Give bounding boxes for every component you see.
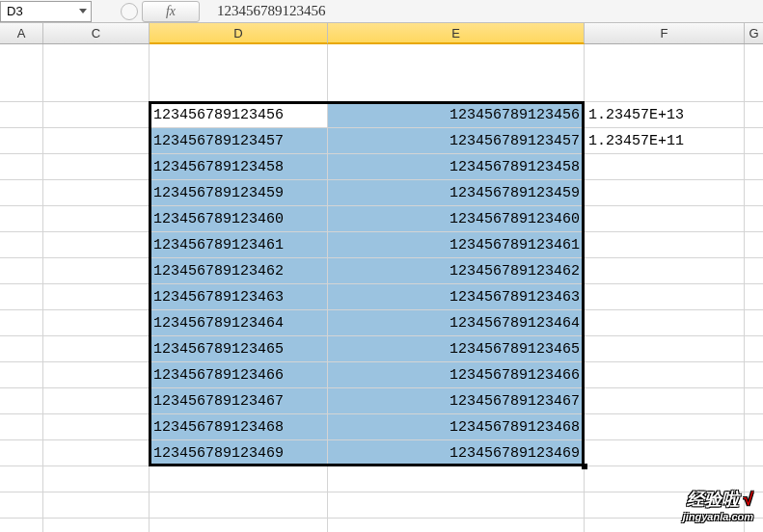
cell[interactable] [43, 310, 150, 336]
cell[interactable] [745, 206, 763, 232]
cell[interactable] [585, 284, 745, 310]
cell[interactable] [585, 232, 745, 258]
cell[interactable] [43, 519, 150, 532]
cell[interactable]: 123456789123459 [328, 180, 585, 206]
cell[interactable]: 123456789123466 [328, 362, 585, 388]
cell[interactable] [0, 44, 43, 102]
cell[interactable] [43, 102, 150, 128]
cell[interactable]: 123456789123468 [328, 414, 585, 440]
cell[interactable]: 123456789123467 [150, 388, 328, 414]
cell[interactable] [43, 388, 150, 414]
cell[interactable] [745, 362, 763, 388]
fx-button[interactable]: fx [142, 1, 200, 22]
spreadsheet-grid[interactable]: 1234567891234561234567891234561.23457E+1… [0, 44, 763, 532]
cell[interactable] [745, 440, 763, 466]
cell[interactable] [43, 206, 150, 232]
cell[interactable] [745, 258, 763, 284]
col-header-E[interactable]: E [328, 23, 585, 44]
chevron-down-icon[interactable] [79, 9, 87, 13]
cell[interactable] [745, 44, 763, 102]
cell[interactable]: 123456789123460 [328, 206, 585, 232]
cell[interactable] [585, 310, 745, 336]
cell[interactable] [43, 154, 150, 180]
cell[interactable] [0, 362, 43, 388]
cell[interactable]: 123456789123456 [328, 102, 585, 128]
cell[interactable] [585, 362, 745, 388]
cell[interactable] [0, 128, 43, 154]
cell[interactable] [0, 206, 43, 232]
cell[interactable]: 123456789123457 [150, 128, 328, 154]
cell[interactable]: 123456789123463 [328, 284, 585, 310]
cell[interactable] [0, 258, 43, 284]
col-header-C[interactable]: C [43, 23, 150, 43]
cell[interactable] [585, 154, 745, 180]
cell[interactable] [0, 102, 43, 128]
col-header-D[interactable]: D [150, 23, 328, 44]
cell[interactable]: 1.23457E+11 [585, 128, 745, 154]
cell[interactable] [745, 336, 763, 362]
cell[interactable] [745, 232, 763, 258]
cell[interactable]: 123456789123467 [328, 388, 585, 414]
cell[interactable] [43, 232, 150, 258]
cell[interactable]: 123456789123458 [328, 154, 585, 180]
cell[interactable] [745, 102, 763, 128]
formula-input[interactable]: 123456789123456 [217, 3, 326, 19]
col-header-F[interactable]: F [585, 23, 745, 43]
cell[interactable]: 123456789123461 [328, 232, 585, 258]
cell[interactable] [0, 154, 43, 180]
cell[interactable]: 123456789123464 [150, 310, 328, 336]
cell[interactable] [585, 440, 745, 466]
cell[interactable] [43, 284, 150, 310]
cell[interactable] [0, 492, 43, 519]
cell[interactable] [745, 414, 763, 440]
cell[interactable] [150, 492, 328, 519]
cell[interactable] [43, 440, 150, 466]
cell[interactable] [0, 232, 43, 258]
cell[interactable]: 123456789123468 [150, 414, 328, 440]
cell[interactable] [43, 362, 150, 388]
cell[interactable]: 123456789123462 [150, 258, 328, 284]
cell[interactable] [585, 336, 745, 362]
cell[interactable] [43, 492, 150, 519]
cell[interactable] [43, 44, 150, 102]
cell[interactable]: 123456789123460 [150, 206, 328, 232]
cell[interactable] [328, 492, 585, 519]
cell[interactable]: 123456789123456 [150, 102, 328, 128]
cell[interactable] [328, 519, 585, 532]
cell[interactable] [745, 128, 763, 154]
cell[interactable] [585, 414, 745, 440]
cell[interactable] [43, 180, 150, 206]
cancel-formula-icon[interactable] [121, 3, 138, 20]
cell[interactable] [0, 519, 43, 532]
cell[interactable] [0, 440, 43, 466]
cell[interactable]: 123456789123466 [150, 362, 328, 388]
cell[interactable] [745, 388, 763, 414]
cell[interactable] [0, 414, 43, 440]
cell[interactable]: 123456789123461 [150, 232, 328, 258]
cell[interactable] [43, 258, 150, 284]
col-header-G[interactable]: G [745, 23, 763, 43]
fill-handle[interactable] [582, 464, 587, 469]
cell[interactable] [585, 206, 745, 232]
cell[interactable] [585, 388, 745, 414]
cell[interactable] [43, 466, 150, 492]
cell[interactable] [328, 44, 585, 102]
cell[interactable] [745, 284, 763, 310]
cell[interactable]: 123456789123469 [328, 440, 585, 466]
cell[interactable]: 1.23457E+13 [585, 102, 745, 128]
cell[interactable] [150, 519, 328, 532]
cell[interactable] [585, 180, 745, 206]
cell[interactable] [0, 336, 43, 362]
cell[interactable]: 123456789123464 [328, 310, 585, 336]
cell[interactable] [0, 388, 43, 414]
cell[interactable]: 123456789123457 [328, 128, 585, 154]
cell[interactable]: 123456789123469 [150, 440, 328, 466]
cell[interactable] [745, 154, 763, 180]
cell[interactable] [43, 336, 150, 362]
cell[interactable] [0, 466, 43, 492]
cell[interactable] [745, 310, 763, 336]
cell[interactable]: 123456789123463 [150, 284, 328, 310]
cell[interactable] [0, 180, 43, 206]
cell[interactable]: 123456789123459 [150, 180, 328, 206]
cell[interactable]: 123456789123465 [150, 336, 328, 362]
